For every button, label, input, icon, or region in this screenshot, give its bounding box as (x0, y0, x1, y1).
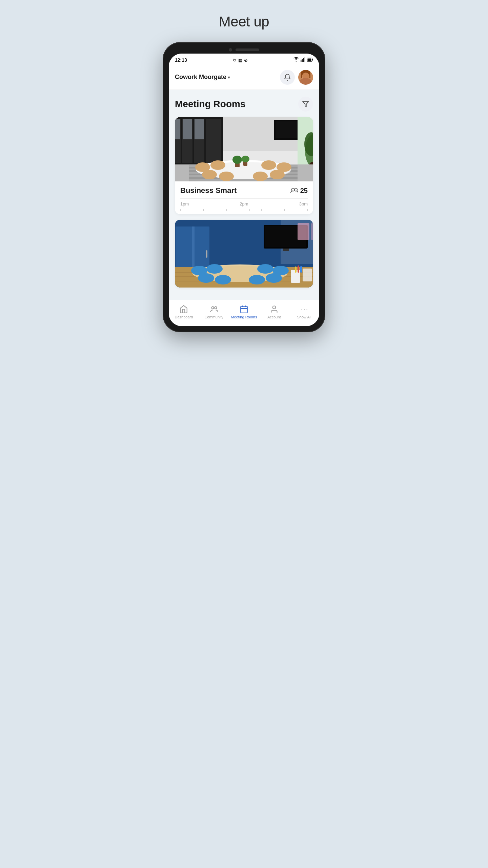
svg-rect-62 (298, 223, 309, 240)
time-label-3pm: 3pm (299, 201, 308, 206)
nav-label-community: Community (204, 315, 223, 319)
status-left-icons: ↻ ▦ ⊗ (233, 58, 248, 63)
page-title: Meet up (219, 14, 269, 30)
room-image-2 (175, 220, 313, 288)
wifi-icon (293, 57, 299, 63)
svg-rect-22 (183, 119, 192, 139)
svg-rect-23 (195, 119, 204, 139)
room-image-1 (175, 117, 313, 181)
svg-point-12 (304, 76, 305, 77)
svg-point-77 (266, 273, 282, 283)
svg-rect-83 (300, 266, 302, 273)
svg-point-47 (270, 170, 285, 179)
svg-rect-81 (295, 267, 297, 273)
svg-rect-2 (303, 58, 304, 62)
svg-point-91 (301, 309, 302, 310)
signal-icon (301, 57, 305, 63)
svg-rect-5 (312, 59, 313, 61)
svg-point-46 (253, 172, 268, 181)
at-icon: ⊗ (244, 58, 248, 63)
section-title: Meeting Rooms (175, 99, 245, 110)
chevron-down-icon: ▾ (228, 75, 230, 80)
svg-point-90 (272, 306, 276, 309)
room-card-2[interactable] (175, 220, 313, 288)
top-bar-actions (280, 70, 313, 85)
svg-point-92 (304, 309, 304, 310)
svg-point-11 (302, 73, 309, 80)
bottom-nav: Dashboard Community Meeting Ro (169, 300, 319, 326)
circle-arrow-icon: ↻ (233, 58, 237, 63)
phone-notch (169, 48, 319, 52)
nav-item-account[interactable]: Account (259, 303, 289, 321)
svg-point-85 (215, 307, 217, 309)
svg-rect-79 (303, 269, 312, 281)
svg-point-75 (215, 275, 231, 284)
room-capacity-1: 25 (290, 187, 308, 195)
svg-rect-6 (308, 59, 311, 61)
account-icon (270, 305, 279, 314)
svg-point-49 (232, 156, 242, 164)
phone-frame: 12:13 ↻ ▦ ⊗ (163, 42, 325, 332)
room-info-1: Business Smart 25 1pm (175, 181, 313, 214)
location-name: Cowork Moorgate (175, 74, 226, 81)
svg-point-41 (210, 160, 225, 170)
svg-rect-0 (301, 60, 302, 62)
svg-point-71 (206, 264, 223, 274)
svg-point-74 (198, 273, 214, 283)
camera-dot (229, 48, 232, 52)
capacity-number-1: 25 (300, 187, 308, 195)
section-header: Meeting Rooms (175, 97, 313, 112)
status-bar: 12:13 ↻ ▦ ⊗ (169, 54, 319, 66)
nav-label-dashboard: Dashboard (175, 315, 193, 319)
nav-item-meeting-rooms[interactable]: Meeting Rooms (229, 303, 259, 321)
svg-point-13 (307, 76, 308, 77)
svg-rect-20 (206, 119, 221, 163)
calendar-icon (240, 305, 248, 314)
room-name-row-1: Business Smart 25 (180, 186, 308, 195)
phone-screen: 12:13 ↻ ▦ ⊗ (169, 54, 319, 326)
nav-label-show-all: Show All (297, 315, 311, 319)
svg-rect-3 (304, 57, 305, 62)
svg-rect-57 (206, 250, 207, 258)
svg-rect-61 (283, 249, 289, 251)
svg-rect-14 (301, 82, 310, 85)
svg-point-72 (257, 264, 273, 274)
notification-button[interactable] (280, 70, 295, 85)
avatar (298, 70, 313, 85)
svg-point-93 (306, 309, 307, 310)
home-icon (179, 305, 188, 314)
svg-point-44 (202, 170, 217, 179)
community-icon (209, 305, 218, 314)
svg-point-84 (212, 307, 214, 309)
svg-rect-21 (175, 119, 180, 139)
svg-rect-1 (302, 59, 303, 62)
time-bar-1: 1pm 2pm 3pm (180, 198, 308, 209)
room-name-1: Business Smart (180, 186, 237, 195)
nav-label-account: Account (267, 315, 281, 319)
svg-rect-63 (311, 223, 313, 240)
ticks-row-1 (180, 209, 308, 211)
svg-rect-82 (298, 265, 299, 273)
svg-rect-86 (241, 306, 247, 313)
svg-point-42 (261, 160, 276, 170)
time-label-2pm: 2pm (240, 201, 248, 206)
main-content: Meeting Rooms (169, 90, 319, 300)
location-selector[interactable]: Cowork Moorgate ▾ (175, 74, 230, 81)
room-card[interactable]: Business Smart 25 1pm (175, 117, 313, 214)
svg-rect-9 (301, 73, 303, 78)
nav-item-dashboard[interactable]: Dashboard (169, 303, 199, 321)
svg-point-53 (294, 188, 298, 191)
svg-point-45 (219, 172, 234, 181)
status-right-icons (293, 57, 313, 63)
speaker-bar (236, 48, 259, 51)
nav-item-community[interactable]: Community (199, 303, 229, 321)
avatar-button[interactable] (298, 70, 313, 85)
filter-button[interactable] (298, 97, 313, 112)
svg-marker-15 (303, 102, 309, 107)
more-icon (300, 305, 309, 314)
capacity-icon (290, 188, 298, 194)
nav-item-show-all[interactable]: Show All (289, 303, 319, 321)
top-bar: Cowork Moorgate ▾ (169, 66, 319, 90)
status-time: 12:13 (175, 57, 187, 63)
svg-point-76 (249, 275, 265, 284)
